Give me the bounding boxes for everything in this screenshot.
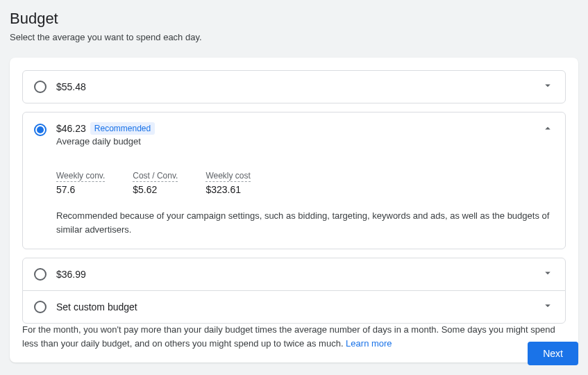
stat-weekly-conv-value: 57.6 <box>56 184 105 195</box>
budget-card: $55.48 $46.23 Recommended Average daily … <box>10 58 578 362</box>
radio-unchecked-icon[interactable] <box>34 268 47 281</box>
stat-weekly-conv-label: Weekly conv. <box>56 171 105 182</box>
stat-cost-conv: Cost / Conv. $5.62 <box>133 169 178 195</box>
budget-option-1[interactable]: $55.48 <box>22 70 566 103</box>
page-subtitle: Select the average you want to spend eac… <box>10 32 578 42</box>
footer-note-text: For the month, you won't pay more than y… <box>22 324 555 349</box>
stat-weekly-cost: Weekly cost $323.61 <box>205 169 250 195</box>
learn-more-link[interactable]: Learn more <box>346 338 392 349</box>
radio-unchecked-icon[interactable] <box>34 81 47 93</box>
stat-cost-conv-value: $5.62 <box>133 184 178 195</box>
stat-weekly-conv: Weekly conv. 57.6 <box>56 169 105 195</box>
recommended-badge: Recommended <box>90 122 155 135</box>
chevron-up-icon <box>541 122 554 138</box>
budget-option-1-label: $55.48 <box>56 81 541 92</box>
stat-weekly-cost-value: $323.61 <box>205 184 250 195</box>
budget-option-3[interactable]: $36.99 <box>22 258 566 291</box>
chevron-down-icon <box>541 79 554 94</box>
budget-option-custom[interactable]: Set custom budget <box>22 290 566 324</box>
radio-unchecked-icon[interactable] <box>34 301 47 313</box>
budget-option-2[interactable]: $46.23 Recommended Average daily budget … <box>22 112 566 249</box>
chevron-down-icon <box>541 299 554 315</box>
radio-checked-icon[interactable] <box>34 124 47 136</box>
budget-option-custom-label: Set custom budget <box>56 301 541 312</box>
footer-note: For the month, you won't pay more than y… <box>22 323 566 350</box>
budget-option-2-label: $46.23 <box>56 123 86 134</box>
page-title: Budget <box>10 10 578 28</box>
recommendation-text: Recommended because of your campaign set… <box>56 209 554 236</box>
budget-option-2-sublabel: Average daily budget <box>56 136 541 147</box>
budget-option-3-label: $36.99 <box>56 269 541 280</box>
chevron-down-icon <box>541 267 554 282</box>
stat-weekly-cost-label: Weekly cost <box>205 171 250 182</box>
next-button[interactable]: Next <box>528 342 578 365</box>
budget-option-2-details: Weekly conv. 57.6 Cost / Conv. $5.62 Wee… <box>23 155 565 249</box>
stat-cost-conv-label: Cost / Conv. <box>133 171 178 182</box>
